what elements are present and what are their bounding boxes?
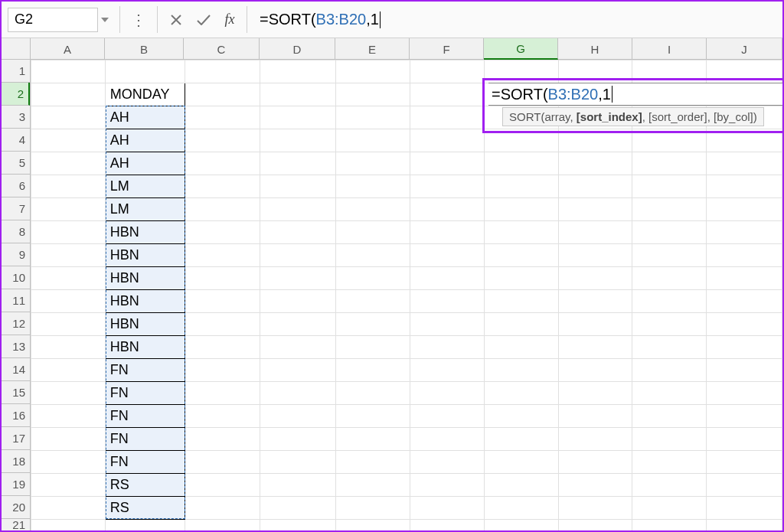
cell[interactable] — [484, 152, 558, 175]
cell[interactable] — [410, 313, 484, 336]
row-header[interactable]: 9 — [2, 243, 30, 266]
cell[interactable] — [484, 497, 558, 520]
cell[interactable] — [558, 359, 632, 382]
cell[interactable] — [260, 520, 336, 531]
cell[interactable] — [632, 497, 707, 520]
cell[interactable] — [336, 290, 410, 313]
row-header[interactable]: 15 — [2, 381, 30, 404]
cell[interactable] — [707, 474, 782, 497]
cell[interactable] — [410, 60, 484, 83]
cell[interactable] — [336, 244, 410, 267]
row-header[interactable]: 14 — [2, 358, 30, 381]
cell[interactable] — [632, 175, 707, 198]
cell[interactable] — [707, 451, 782, 474]
cell[interactable] — [410, 428, 484, 451]
cell[interactable] — [410, 405, 484, 428]
cell[interactable] — [632, 451, 707, 474]
cell[interactable] — [558, 405, 632, 428]
fx-icon[interactable]: fx — [217, 2, 242, 38]
cell[interactable] — [410, 267, 484, 290]
cell[interactable] — [31, 428, 106, 451]
row-header[interactable]: 21 — [2, 519, 30, 530]
cell[interactable] — [632, 359, 707, 382]
cell[interactable] — [484, 244, 558, 267]
cell[interactable] — [707, 198, 782, 221]
column-header[interactable]: H — [558, 38, 632, 60]
cell[interactable] — [260, 106, 336, 129]
cell[interactable] — [185, 405, 260, 428]
cell[interactable] — [558, 428, 632, 451]
cell[interactable]: FN — [105, 451, 185, 474]
cell[interactable] — [707, 336, 782, 359]
cell[interactable] — [260, 313, 336, 336]
cell[interactable] — [484, 313, 558, 336]
cell[interactable] — [185, 198, 260, 221]
cell[interactable] — [707, 428, 782, 451]
cell[interactable] — [31, 290, 106, 313]
name-box[interactable]: G2 — [8, 8, 98, 32]
cell[interactable] — [484, 428, 558, 451]
row-header[interactable]: 5 — [2, 152, 30, 175]
row-header[interactable]: 16 — [2, 404, 30, 427]
cell[interactable] — [260, 359, 336, 382]
cell[interactable] — [31, 405, 106, 428]
more-icon[interactable]: ⋮ — [125, 2, 152, 38]
cell[interactable]: HBN — [105, 313, 185, 336]
cell[interactable] — [484, 382, 558, 405]
cell[interactable] — [336, 129, 410, 152]
cell[interactable] — [558, 520, 632, 531]
cell[interactable] — [336, 313, 410, 336]
cell[interactable] — [484, 405, 558, 428]
cell[interactable] — [31, 520, 106, 531]
cell[interactable] — [558, 313, 632, 336]
cell[interactable] — [336, 474, 410, 497]
cell[interactable] — [260, 336, 336, 359]
cell[interactable] — [185, 60, 260, 83]
cell[interactable] — [260, 152, 336, 175]
cell[interactable] — [185, 244, 260, 267]
cell[interactable] — [632, 198, 707, 221]
cell[interactable] — [558, 382, 632, 405]
cell[interactable] — [185, 83, 260, 106]
cell[interactable] — [260, 290, 336, 313]
row-header[interactable]: 20 — [2, 496, 30, 519]
cell[interactable] — [185, 313, 260, 336]
cell[interactable] — [336, 175, 410, 198]
cell[interactable]: HBN — [105, 221, 185, 244]
cell[interactable] — [185, 129, 260, 152]
cell[interactable] — [260, 405, 336, 428]
column-header[interactable]: I — [632, 38, 707, 60]
cell[interactable]: MONDAY — [105, 83, 185, 106]
cell[interactable] — [336, 106, 410, 129]
cell[interactable] — [558, 152, 632, 175]
cell[interactable] — [707, 152, 782, 175]
cell[interactable] — [31, 359, 106, 382]
cell[interactable] — [260, 474, 336, 497]
cell[interactable] — [558, 497, 632, 520]
cell[interactable] — [410, 106, 484, 129]
cell[interactable] — [484, 129, 558, 152]
cell[interactable] — [632, 267, 707, 290]
cell[interactable] — [558, 129, 632, 152]
cell[interactable] — [260, 382, 336, 405]
column-header[interactable]: D — [260, 38, 335, 60]
cell[interactable] — [632, 60, 707, 83]
cell[interactable] — [558, 60, 632, 83]
cells[interactable]: MONDAYAHAHAHLMLMHBNHBNHBNHBNHBNHBNFNFNFN… — [31, 60, 782, 530]
cell[interactable] — [260, 244, 336, 267]
name-box-dropdown[interactable] — [98, 8, 112, 32]
enter-button[interactable] — [190, 2, 217, 38]
cell[interactable] — [31, 175, 106, 198]
cell[interactable] — [185, 221, 260, 244]
cell[interactable] — [484, 520, 558, 531]
cell[interactable]: HBN — [105, 336, 185, 359]
cell[interactable] — [260, 60, 336, 83]
column-header[interactable]: E — [335, 38, 410, 60]
cell[interactable] — [707, 221, 782, 244]
cell[interactable]: HBN — [105, 267, 185, 290]
cell[interactable] — [31, 152, 106, 175]
cell[interactable] — [410, 474, 484, 497]
cell[interactable] — [260, 451, 336, 474]
cell[interactable] — [410, 198, 484, 221]
cell[interactable]: AH — [105, 106, 185, 129]
